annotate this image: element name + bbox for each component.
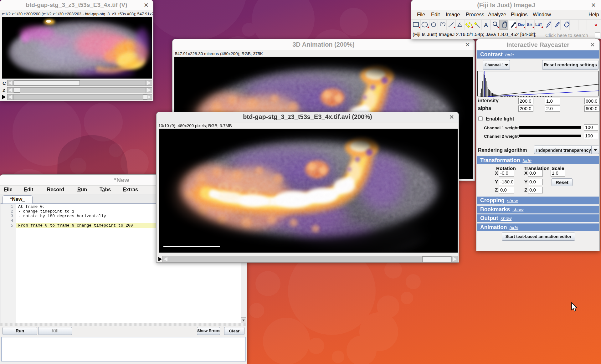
svg-text:Stk: Stk (527, 22, 532, 27)
svg-text:»: » (594, 22, 597, 28)
svg-text:Dev: Dev (518, 22, 525, 27)
svg-text:A: A (484, 22, 488, 28)
svg-text:LUT: LUT (535, 22, 542, 27)
